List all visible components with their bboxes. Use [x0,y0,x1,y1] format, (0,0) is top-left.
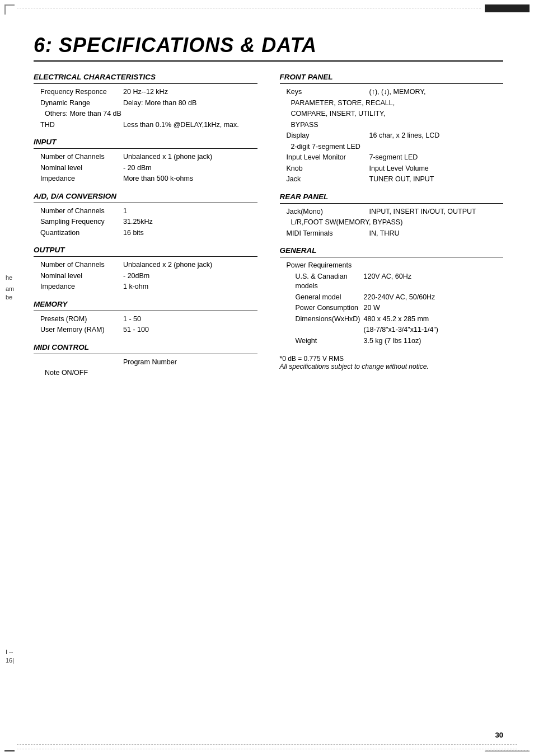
spec-value-jack-mono-1: INPUT, INSERT IN/OUT, OUTPUT [369,207,504,217]
spec-row-general-model: General model 220-240V AC, 50/60Hz [280,293,504,303]
spec-value-frequency: 20 Hz--12 kHz [123,87,257,97]
spec-value-display-2: 2-digit 7-segment LED [280,142,504,152]
divider-adda [34,203,257,203]
spec-row-weight: Weight 3.5 kg (7 lbs 11oz) [280,336,504,346]
spec-label-frequency: Frequency Responce [34,87,123,97]
spec-value-sampling: 31.25kHz [123,217,257,227]
spec-value-user-memory: 51 - 100 [123,325,257,335]
section-electrical: ELECTRICAL CHARACTERISTICS Frequency Res… [34,73,257,130]
spec-label-input-channels: Number of Channels [34,152,123,162]
spec-value-presets: 1 - 50 [123,314,257,325]
spec-label-user-memory: User Memory (RAM) [34,325,123,335]
right-column: FRONT PANEL Keys (↑), (↓), MEMORY, PARAM… [280,73,504,386]
divider-general [280,257,504,257]
spec-value-dynamic-range-2: Others: More than 74 dB [34,109,257,119]
spec-row-power-consumption: Power Consumption 20 W [280,303,504,313]
spec-row-power-req-label: Power Requirements [280,261,504,271]
side-label-be: be [6,294,12,300]
spec-value-display-1: 16 char, x 2 lines, LCD [369,131,504,141]
spec-value-jack-mono-2: L/R,FOOT SW(MEMORY, BYPASS) [280,218,504,228]
spec-value-general-model: 220-240V AC, 50/60Hz [364,293,504,303]
section-midi: MIDI CONTROL Program Number Note ON/OFF [34,343,257,378]
spec-row-dimensions-2: (18-7/8"x1-3/4"x11-1/4") [280,325,504,335]
spec-row-presets: Presets (ROM) 1 - 50 [34,314,257,325]
spec-row-dimensions: Dimensions(WxHxD) 480 x 45.2 x 285 mm [280,314,504,325]
spec-value-us-canadian: 120V AC, 60Hz [364,272,504,292]
spec-row-sampling: Sampling Frequency 31.25kHz [34,217,257,227]
spec-row-output-nominal: Nominal level - 20dBm [34,271,257,281]
spec-value-keys-3: COMPARE, INSERT, UTILITY, [280,109,504,119]
spec-label-us-canadian: U.S. & Canadian models [280,272,364,292]
spec-label-input-impedance: Impedance [34,174,123,184]
dashed-top-line [17,8,481,8]
spec-value-input-impedance: More than 500 k-ohms [123,174,257,184]
spec-value-thd: Less than 0.1% @DELAY,1kHz, max. [123,120,257,130]
spec-label-dimensions: Dimensions(WxHxD) [280,314,364,325]
spec-label-midi-terminals: MIDI Terminals [280,229,369,239]
spec-label-display: Display [280,131,369,141]
spec-row-output-channels: Number of Channels Unbalanced x 2 (phone… [34,260,257,270]
spec-label-power-consumption: Power Consumption [280,303,364,313]
spec-label-knob: Knob [280,164,369,174]
corner-mark-br [485,750,530,752]
section-input: INPUT Number of Channels Unbalanced x 1 … [34,138,257,184]
spec-value-jack: TUNER OUT, INPUT [369,175,504,185]
spec-label-sampling: Sampling Frequency [34,217,123,227]
page-title: 6: SPECIFICATIONS & DATA [34,34,503,57]
spec-row-keys: Keys (↑), (↓), MEMORY, [280,87,504,97]
divider-output [34,256,257,257]
corner-mark-bl [4,750,15,752]
section-output: OUTPUT Number of Channels Unbalanced x 2… [34,246,257,292]
spec-label-presets: Presets (ROM) [34,314,123,325]
section-general: GENERAL Power Requirements U.S. & Canadi… [280,246,504,346]
spec-value-weight: 3.5 kg (7 lbs 11oz) [364,336,504,346]
spec-value-keys-4: BYPASS [280,120,504,130]
spec-label-midi [34,358,123,368]
spec-value-output-impedance: 1 k-ohm [123,282,257,292]
two-column-layout: ELECTRICAL CHARACTERISTICS Frequency Res… [34,73,503,386]
spec-label-dynamic-range: Dynamic Range [34,98,123,109]
left-column: ELECTRICAL CHARACTERISTICS Frequency Res… [34,73,257,386]
spec-row-quantization: Quantization 16 bits [34,228,257,238]
spec-value-input-level-monitor: 7-segment LED [369,153,504,163]
spec-value-dimensions: 480 x 45.2 x 285 mm [364,314,504,325]
spec-value-input-nominal: - 20 dBm [123,163,257,173]
spec-row-input-level-monitor: Input Level Monitor 7-segment LED [280,153,504,163]
spec-row-us-canadian: U.S. & Canadian models 120V AC, 60Hz [280,272,504,292]
corner-mark-tl [4,4,15,15]
spec-label-input-nominal: Nominal level [34,163,123,173]
side-label-bottom1: I -- [6,649,13,655]
spec-label-input-level-monitor: Input Level Monitor [280,153,369,163]
spec-label-jack: Jack [280,175,369,185]
divider-electrical [34,83,257,84]
spec-row-frequency: Frequency Responce 20 Hz--12 kHz [34,87,257,97]
footer-notes: *0 dB = 0.775 V RMS All specifications s… [280,355,504,370]
spec-label-output-impedance: Impedance [34,282,123,292]
corner-mark-tr [485,4,530,12]
section-title-general: GENERAL [280,246,504,255]
spec-label-adda-channels: Number of Channels [34,206,123,217]
section-title-midi: MIDI CONTROL [34,343,257,351]
spec-value-adda-channels: 1 [123,206,257,217]
footnote-2: All specifications subject to change wit… [280,363,504,370]
spec-value-keys-1: (↑), (↓), MEMORY, [369,87,504,97]
side-label-bottom2: 16| [6,657,14,664]
spec-value-dynamic-range: Delay: More than 80 dB [123,98,257,109]
section-title-front-panel: FRONT PANEL [280,73,504,81]
spec-value-output-nominal: - 20dBm [123,271,257,281]
section-title-output: OUTPUT [34,246,257,254]
spec-value-dimensions-2: (18-7/8"x1-3/4"x11-1/4") [364,325,504,335]
footnote-1: *0 dB = 0.775 V RMS [280,355,504,363]
section-memory: MEMORY Presets (ROM) 1 - 50 User Memory … [34,300,257,335]
title-underline [34,60,503,62]
page: he am be I -- 16| 6: SPECIFICATIONS & DA… [0,0,534,756]
bottom-dashed-line-1 [17,744,517,745]
spec-value-midi-note: Note ON/OFF [34,368,257,378]
section-front-panel: FRONT PANEL Keys (↑), (↓), MEMORY, PARAM… [280,73,504,185]
spec-row-input-nominal: Nominal level - 20 dBm [34,163,257,173]
spec-value-knob: Input Level Volume [369,164,504,174]
spec-value-power-consumption: 20 W [364,303,504,313]
spec-row-input-impedance: Impedance More than 500 k-ohms [34,174,257,184]
spec-row-midi-terminals: MIDI Terminals IN, THRU [280,229,504,239]
spec-value-input-channels: Unbalanced x 1 (phone jack) [123,152,257,162]
